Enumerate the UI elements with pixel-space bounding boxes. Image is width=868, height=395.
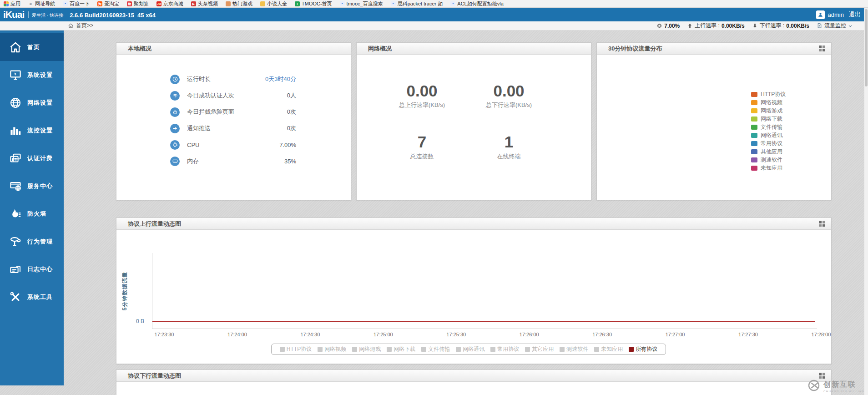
breadcrumb[interactable]: 首页>>	[68, 22, 93, 30]
bookmark-favicon	[260, 1, 265, 6]
sidebar-item-icon	[8, 68, 23, 82]
legend-item[interactable]: HTTP协议	[751, 90, 786, 98]
overview-row-label: 运行时长	[187, 75, 211, 83]
legend-item[interactable]: 网络视频	[751, 98, 786, 106]
series-line-all-protocols	[152, 321, 815, 322]
legend-swatch	[751, 125, 757, 130]
chart-legend-item[interactable]: 网络游戏	[352, 345, 381, 353]
sidebar-item[interactable]: 系统设置	[0, 61, 64, 89]
legend-item[interactable]: 文件传输	[751, 123, 786, 131]
panel-grid-icon[interactable]	[819, 221, 825, 227]
legend-item[interactable]: 其他应用	[751, 147, 786, 156]
legend-swatch	[751, 149, 757, 154]
chart-legend-item[interactable]: 常用协议	[490, 345, 519, 353]
chart-legend-item[interactable]: 网络视频	[318, 345, 346, 353]
chart-legend-swatch	[387, 347, 392, 352]
legend-item[interactable]: 未知应用	[751, 164, 786, 172]
bookmark-label: 聚划算	[134, 0, 149, 7]
chart-legend-label: 网络通讯	[463, 345, 484, 353]
panel-title: 本地概况	[128, 45, 151, 53]
bookmark-item[interactable]: 应用	[4, 0, 20, 7]
sidebar-item[interactable]: 行为管理	[0, 228, 64, 255]
sidebar-item-icon	[8, 151, 23, 166]
sidebar-item[interactable]: 防火墙	[0, 200, 64, 228]
bookmark-item[interactable]: JD 京东商城	[156, 0, 183, 7]
sidebar-item[interactable]: 系统工具	[0, 283, 64, 311]
legend-label: 其他应用	[761, 148, 782, 156]
protocol-legend: HTTP协议 网络视频 网络游戏 网络下载	[751, 90, 786, 172]
bookmark-label: 网址导航	[35, 0, 55, 7]
overview-row-icon	[170, 75, 180, 84]
upload-chart-legend: HTTP协议 网络视频 网络游戏 网络下载	[271, 344, 666, 355]
legend-label: 网络通讯	[761, 132, 782, 139]
scrollbar[interactable]	[864, 8, 868, 395]
bookmark-item[interactable]: * 思科packet tracer 如	[391, 0, 443, 7]
bookmark-favicon: JD	[156, 1, 161, 6]
x-axis-tick: 17:25:30	[444, 332, 469, 337]
sidebar-item-label: 日志中心	[27, 265, 53, 273]
bookmark-item[interactable]: 热门游戏	[226, 0, 252, 7]
sidebar-item[interactable]: 首页	[0, 33, 64, 61]
legend-label: 测速软件	[761, 156, 782, 164]
bookmark-item[interactable]: * ACL如何配置拒绝vla	[450, 0, 503, 7]
x-axis-tick: 17:28:00	[808, 332, 834, 337]
x-axis-tick: 17:25:00	[370, 332, 396, 337]
bookmark-favicon	[226, 1, 231, 6]
sidebar-item-label: 网络设置	[27, 99, 53, 107]
panel-header: 本地概况	[116, 43, 351, 55]
sidebar-item[interactable]: 服务中心	[0, 172, 64, 200]
sidebar-item[interactable]: 日志中心	[0, 255, 64, 283]
legend-item[interactable]: 网络游戏	[751, 106, 786, 115]
chart-legend-item[interactable]: 网络下载	[387, 345, 415, 353]
bookmark-item[interactable]: ▶ 头条视频	[191, 0, 218, 7]
panel-grid-icon[interactable]	[819, 46, 825, 51]
bookmark-label: 小说大全	[267, 0, 287, 7]
bookmark-item[interactable]: * tmooc_百度搜索	[340, 0, 383, 7]
firmware-version: 2.6.6 Build20160923-15_45 x64	[70, 12, 156, 19]
legend-item[interactable]: 网络下载	[751, 115, 786, 123]
chart-legend-item[interactable]: 测速软件	[560, 345, 588, 353]
legend-item[interactable]: 网络通讯	[751, 131, 786, 139]
overview-row-icon	[170, 107, 180, 117]
arrow-down-icon	[752, 23, 758, 29]
bookmark-item[interactable]: T TMOOC-首页	[295, 0, 332, 7]
bookmark-item[interactable]: 淘 爱淘宝	[97, 0, 119, 7]
legend-item[interactable]: 常用协议	[751, 139, 786, 147]
bookmark-item[interactable]: ⊕ 网址导航	[28, 0, 55, 7]
overview-row: 内存 35%	[170, 153, 296, 169]
sidebar-item[interactable]: 认证计费	[0, 144, 64, 172]
bookmark-item[interactable]: 小说大全	[260, 0, 287, 7]
x-axis-tick: 17:27:00	[662, 332, 688, 337]
ikuai-logo: iKuai	[3, 9, 24, 20]
bookmark-item[interactable]: 聚 聚划算	[127, 0, 149, 7]
traffic-monitor-dropdown[interactable]: 流量监控	[817, 22, 853, 30]
legend-item[interactable]: 测速软件	[751, 156, 786, 164]
network-stat-label: 总连接数	[378, 152, 465, 161]
chart-legend-item[interactable]: 未知应用	[594, 345, 623, 353]
overview-row-label: 今日拦截危险页面	[187, 108, 234, 116]
chart-legend-item[interactable]: HTTP协议	[280, 345, 312, 353]
x-axis-tick: 17:26:00	[516, 332, 542, 337]
chart-legend-item[interactable]: 所有协议	[629, 345, 657, 353]
upload-rate-label: 上行速率 :	[695, 22, 720, 30]
chart-legend-swatch	[629, 347, 634, 352]
logout-button[interactable]: 退出	[849, 10, 861, 19]
network-stat-label: 在线终端	[465, 152, 552, 161]
overview-row: 运行时长 0天3时40分	[170, 71, 296, 87]
chart-legend-item[interactable]: 文件传输	[421, 345, 450, 353]
sidebar-item[interactable]: 流控设置	[0, 116, 64, 144]
panel-grid-icon[interactable]	[819, 373, 825, 379]
sidebar-item[interactable]: 网络设置	[0, 89, 64, 116]
panel-network-overview: 网络概况 0.00 总上行速率(KB/s) 0.00 总下行速率(KB/s) 7…	[356, 42, 591, 200]
bookmark-label: 爱淘宝	[104, 0, 119, 7]
bookmark-item[interactable]: * 百度一下	[63, 0, 90, 7]
brand-slogan: 爱生活 · 快连接	[32, 12, 63, 19]
chart-legend-item[interactable]: 其它应用	[525, 345, 554, 353]
network-stat: 7 总连接数	[378, 133, 465, 160]
upload-chart-plot: 5分钟数据流量 0 B 17:23:3017:24:0017:24:3017:2…	[152, 253, 817, 329]
chart-legend-label: 测速软件	[566, 345, 588, 353]
chart-legend-label: HTTP协议	[287, 345, 312, 353]
chart-legend-item[interactable]: 网络通讯	[456, 345, 484, 353]
panel-header: 30分钟协议流量分布	[597, 43, 831, 55]
scrollbar-thumb[interactable]	[865, 9, 868, 86]
